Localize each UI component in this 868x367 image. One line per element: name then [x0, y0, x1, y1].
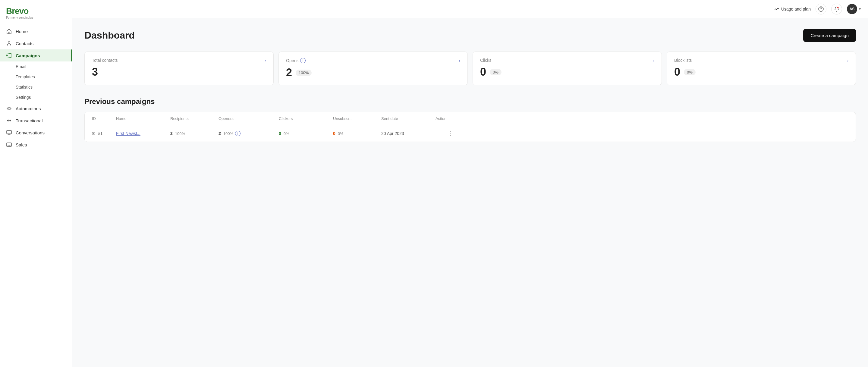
table-row: ✉ #1 First Newsl... 2 100% 2 100% i	[85, 125, 856, 142]
sidebar-item-conversations[interactable]: Conversations	[0, 127, 72, 139]
sidebar-item-label-settings: Settings	[16, 95, 31, 100]
sidebar-item-label-statistics: Statistics	[16, 85, 33, 90]
previous-campaigns-title: Previous campaigns	[84, 97, 856, 106]
sidebar-item-label-contacts: Contacts	[16, 41, 33, 46]
usage-plan-icon	[774, 6, 779, 12]
stat-cards: Total contacts › 3 Opens i › 2	[84, 52, 856, 85]
stat-number-opens: 2	[286, 66, 292, 79]
campaign-action-button[interactable]: ⋮	[435, 130, 466, 137]
campaigns-table: ID Name Recipients Openers Clickers Unsu…	[84, 112, 856, 142]
campaign-recipients-cell: 2 100%	[170, 131, 218, 136]
col-name: Name	[116, 116, 170, 121]
campaign-id-cell: ✉ #1	[92, 131, 116, 136]
svg-point-7	[821, 10, 821, 10]
campaign-unsubscr-cell: 0 0%	[333, 131, 381, 136]
stat-arrow-clicks: ›	[653, 58, 654, 63]
stat-number-clicks: 0	[480, 66, 486, 78]
page-header: Dashboard Create a campaign	[84, 29, 856, 42]
stat-card-total-contacts[interactable]: Total contacts › 3	[84, 52, 274, 85]
bell-icon	[834, 6, 839, 12]
usage-plan-button[interactable]: Usage and plan	[774, 6, 811, 12]
page-title: Dashboard	[84, 30, 135, 41]
clickers-value: 0	[279, 131, 281, 136]
campaigns-icon	[6, 53, 12, 58]
sidebar-item-label-sales: Sales	[16, 142, 27, 147]
stat-card-header: Total contacts ›	[92, 58, 266, 63]
sidebar-item-sales[interactable]: Sales	[0, 139, 72, 151]
stat-arrow-total-contacts: ›	[265, 58, 266, 63]
campaign-name-cell: First Newsl...	[116, 131, 170, 136]
sidebar-item-statistics[interactable]: Statistics	[0, 82, 72, 92]
usage-plan-label: Usage and plan	[781, 7, 811, 11]
campaign-name-link[interactable]: First Newsl...	[116, 131, 141, 136]
col-id: ID	[92, 116, 116, 121]
sidebar-item-home[interactable]: Home	[0, 25, 72, 37]
sidebar-item-label-home: Home	[16, 29, 28, 34]
stat-arrow-opens: ›	[459, 58, 460, 63]
content-area: Dashboard Create a campaign Total contac…	[72, 18, 868, 367]
create-campaign-button[interactable]: Create a campaign	[803, 29, 856, 42]
stat-label-clicks: Clicks	[480, 58, 491, 63]
sidebar-item-label-campaigns: Campaigns	[16, 53, 40, 58]
col-sent-date: Sent date	[381, 116, 435, 121]
openers-value: 2	[218, 131, 221, 136]
col-unsubscr: Unsubscr...	[333, 116, 381, 121]
unsubscr-pct: 0%	[338, 131, 344, 136]
topbar: Usage and plan AS ▾	[72, 0, 868, 18]
conversations-icon	[6, 129, 12, 135]
logo-sub: Formerly sendinblue	[6, 16, 66, 19]
help-button[interactable]	[815, 4, 827, 14]
recipients-pct: 100%	[175, 131, 185, 136]
contacts-icon	[6, 40, 12, 47]
opens-info-icon[interactable]: i	[300, 58, 306, 63]
sidebar-item-automations[interactable]: Automations	[0, 102, 72, 115]
stat-card-header-clicks: Clicks ›	[480, 58, 654, 63]
stat-card-header-blocklists: Blocklists ›	[674, 58, 848, 63]
sidebar-item-settings[interactable]: Settings	[0, 92, 72, 102]
openers-pct: 100%	[223, 131, 233, 136]
stat-card-blocklists[interactable]: Blocklists › 0 0%	[667, 52, 856, 85]
stat-value-blocklists: 0 0%	[674, 66, 848, 78]
notifications-button[interactable]	[831, 4, 842, 14]
transactional-icon	[6, 118, 12, 124]
recipients-value: 2	[170, 131, 173, 136]
sidebar-item-contacts[interactable]: Contacts	[0, 37, 72, 50]
svg-point-3	[8, 108, 10, 110]
stat-label-blocklists: Blocklists	[674, 58, 692, 63]
sidebar-item-email[interactable]: Email	[0, 61, 72, 72]
logo-name: Brevo	[6, 6, 66, 16]
stat-card-opens[interactable]: Opens i › 2 100%	[278, 52, 468, 85]
col-action: Action	[435, 116, 466, 121]
col-recipients: Recipients	[170, 116, 218, 121]
stat-label-opens: Opens i	[286, 58, 306, 63]
table-header: ID Name Recipients Openers Clickers Unsu…	[85, 112, 856, 125]
sidebar-item-templates[interactable]: Templates	[0, 72, 72, 82]
sidebar-item-label-templates: Templates	[16, 74, 35, 79]
col-clickers: Clickers	[279, 116, 333, 121]
sales-icon	[6, 142, 12, 148]
stat-label-total-contacts: Total contacts	[92, 58, 118, 63]
unsubscr-value: 0	[333, 131, 336, 136]
sidebar-item-campaigns[interactable]: Campaigns	[0, 50, 72, 61]
automations-icon	[6, 105, 12, 112]
sidebar-item-label-transactional: Transactional	[16, 118, 43, 123]
stat-card-clicks[interactable]: Clicks › 0 0%	[472, 52, 662, 85]
clickers-pct: 0%	[284, 131, 289, 136]
nav-section: Home Contacts Campaigns Em	[0, 24, 72, 152]
stat-number-blocklists: 0	[674, 66, 680, 78]
openers-info-icon[interactable]: i	[235, 131, 241, 136]
stat-value-clicks: 0 0%	[480, 66, 654, 78]
user-menu-button[interactable]: AS ▾	[847, 4, 861, 14]
campaign-openers-cell: 2 100% i	[218, 131, 279, 136]
sidebar: Brevo Formerly sendinblue Home	[0, 0, 72, 367]
stat-value-opens: 2 100%	[286, 66, 460, 79]
help-icon	[818, 6, 824, 12]
campaign-sent-date-cell: 20 Apr 2023	[381, 131, 435, 136]
sidebar-item-transactional[interactable]: Transactional	[0, 115, 72, 127]
stat-badge-blocklists: 0%	[684, 69, 695, 75]
svg-rect-4	[7, 130, 11, 134]
email-icon-small: ✉	[92, 131, 96, 136]
home-icon	[6, 28, 12, 34]
stat-arrow-blocklists: ›	[847, 58, 848, 63]
sidebar-item-label-conversations: Conversations	[16, 130, 44, 135]
